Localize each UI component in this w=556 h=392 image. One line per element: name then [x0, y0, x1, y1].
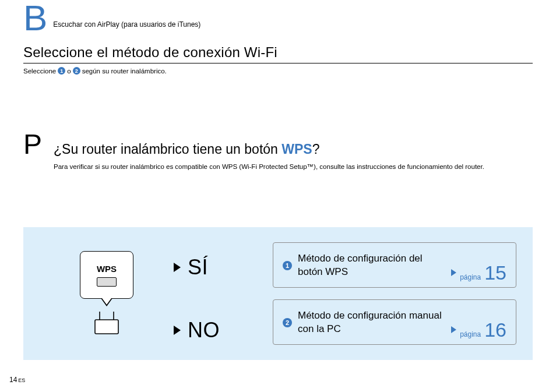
option-1-text: Método de configuración del botón WPS [298, 252, 449, 279]
section-subtitle: Escuchar con AirPlay (para usuarios de i… [53, 20, 200, 29]
instruction-post: según su router inalámbrico. [82, 68, 167, 75]
question-post: ? [312, 142, 320, 157]
page-number: 16 [484, 320, 506, 340]
yes-row: SÍ [174, 255, 273, 280]
question-pre: ¿Su router inalámbrico tiene un botón [54, 142, 281, 157]
svg-rect-2 [95, 320, 118, 334]
router-diagram: WPS [40, 251, 174, 336]
triangle-right-icon [174, 326, 181, 335]
footer-page-number: 14 [9, 376, 17, 384]
wps-keyword: WPS [281, 142, 312, 157]
callout-tail-icon [101, 298, 112, 306]
no-row: NO [174, 318, 273, 342]
badge-1-icon: 1 [283, 261, 292, 270]
badge-2-icon: 2 [283, 318, 292, 327]
wps-button-icon [97, 277, 117, 287]
wps-callout-label: WPS [97, 264, 117, 274]
yes-label: SÍ [188, 255, 208, 280]
option-2-text: Método de configuración manual con la PC [298, 309, 449, 336]
wps-callout: WPS [80, 251, 133, 299]
page-link-15[interactable]: página 15 [451, 263, 506, 282]
title-rule [23, 63, 533, 63]
triangle-right-icon [451, 269, 456, 276]
instruction-line: Seleccione 1 o 2 según su router inalámb… [23, 67, 533, 75]
page-footer: 14 ES [9, 376, 25, 384]
question-letter: P [23, 130, 41, 158]
options-panel: WPS SÍ NO 1 [23, 227, 533, 360]
page-label: página [460, 330, 481, 338]
badge-2-icon: 2 [73, 67, 80, 75]
section-letter: B [23, 0, 46, 36]
yes-no-column: SÍ NO [174, 245, 273, 342]
question-note: Para verificar si su router inalámbrico … [54, 163, 484, 170]
option-cards: 1 Método de configuración del botón WPS … [273, 242, 516, 345]
triangle-right-icon [451, 326, 456, 333]
question-text: ¿Su router inalámbrico tiene un botón WP… [54, 142, 484, 157]
no-label: NO [188, 318, 220, 342]
question-block: P ¿Su router inalámbrico tiene un botón … [23, 130, 533, 170]
badge-1-icon: 1 [58, 67, 65, 75]
page-link-16[interactable]: página 16 [451, 320, 506, 340]
page-title: Seleccione el método de conexión Wi-Fi [23, 44, 533, 61]
instruction-mid: o [67, 68, 71, 75]
option-card-1[interactable]: 1 Método de configuración del botón WPS … [273, 242, 516, 288]
page-label: página [460, 273, 481, 281]
footer-lang: ES [18, 377, 25, 383]
instruction-pre: Seleccione [23, 68, 56, 75]
option-card-2[interactable]: 2 Método de configuración manual con la … [273, 299, 516, 345]
section-header: B Escuchar con AirPlay (para usuarios de… [23, 0, 533, 36]
triangle-right-icon [174, 263, 181, 272]
page-number: 15 [484, 263, 506, 282]
router-icon [93, 310, 121, 336]
